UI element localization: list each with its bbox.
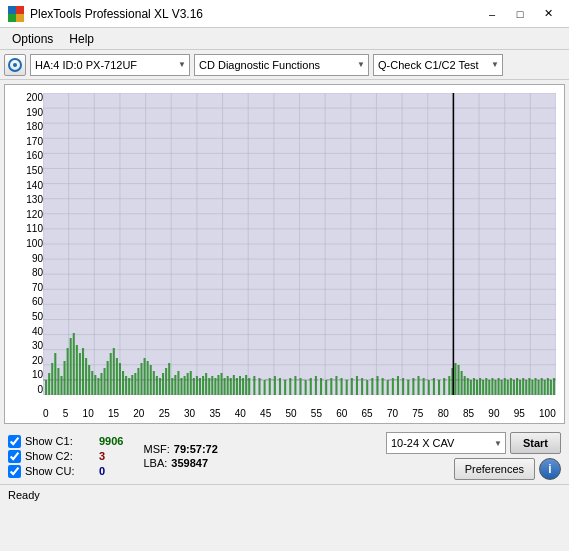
svg-rect-123 [289, 378, 291, 395]
svg-rect-145 [402, 378, 404, 395]
x-label-45: 45 [260, 408, 271, 419]
c1-value: 9906 [99, 435, 123, 447]
svg-rect-122 [284, 380, 286, 395]
svg-rect-185 [544, 380, 546, 395]
svg-rect-140 [376, 376, 378, 395]
svg-rect-96 [190, 371, 192, 395]
x-label-75: 75 [412, 408, 423, 419]
svg-rect-70 [110, 353, 112, 395]
svg-rect-116 [253, 376, 255, 395]
svg-rect-107 [224, 378, 226, 395]
svg-rect-85 [156, 376, 158, 395]
drive-select-wrapper: HA:4 ID:0 PX-712UF [30, 54, 190, 76]
c2-checkbox[interactable] [8, 450, 21, 463]
svg-rect-95 [187, 373, 189, 395]
svg-rect-144 [397, 376, 399, 395]
x-label-35: 35 [209, 408, 220, 419]
x-label-25: 25 [159, 408, 170, 419]
svg-rect-151 [433, 378, 435, 395]
msf-label: MSF: [143, 443, 169, 455]
drive-icon-button[interactable] [4, 54, 26, 76]
preferences-button[interactable]: Preferences [454, 458, 535, 480]
y-label-110: 110 [26, 224, 43, 234]
svg-rect-152 [438, 380, 440, 395]
svg-rect-174 [510, 378, 512, 395]
x-label-50: 50 [285, 408, 296, 419]
svg-rect-154 [448, 376, 450, 395]
menu-item-options[interactable]: Options [4, 28, 61, 49]
svg-rect-83 [150, 365, 152, 395]
svg-rect-187 [550, 380, 552, 395]
svg-rect-147 [412, 378, 414, 395]
x-label-100: 100 [539, 408, 556, 419]
y-label-140: 140 [26, 181, 43, 191]
y-label-80: 80 [32, 268, 43, 278]
lba-row: LBA: 359847 [143, 457, 217, 469]
y-label-120: 120 [26, 210, 43, 220]
pref-info-row: Preferences i [454, 458, 561, 480]
svg-rect-159 [464, 376, 466, 395]
svg-rect-142 [387, 380, 389, 395]
menu-item-help[interactable]: Help [61, 28, 102, 49]
test-select[interactable]: Q-Check C1/C2 Test [373, 54, 503, 76]
svg-rect-52 [54, 353, 56, 395]
svg-rect-124 [294, 376, 296, 395]
svg-rect-119 [269, 378, 271, 395]
svg-rect-77 [131, 375, 133, 395]
close-button[interactable]: ✕ [535, 4, 561, 24]
y-label-40: 40 [32, 327, 43, 337]
y-label-50: 50 [32, 312, 43, 322]
svg-rect-79 [137, 368, 139, 395]
c2-row: Show C2: 3 [8, 450, 123, 463]
svg-rect-179 [525, 380, 527, 395]
maximize-button[interactable]: □ [507, 4, 533, 24]
svg-rect-67 [100, 373, 102, 395]
right-controls: 10-24 X CAV 4 X CAV 8 X CAV 16 X CAV 32 … [386, 432, 561, 480]
svg-rect-61 [82, 348, 84, 395]
y-label-160: 160 [26, 151, 43, 161]
minimize-button[interactable]: – [479, 4, 505, 24]
svg-rect-125 [300, 378, 302, 395]
cu-checkbox[interactable] [8, 465, 21, 478]
svg-rect-75 [125, 376, 127, 395]
svg-rect-158 [461, 371, 463, 395]
svg-rect-50 [48, 373, 50, 395]
svg-rect-115 [248, 378, 250, 395]
y-label-200: 200 [26, 93, 43, 103]
start-button[interactable]: Start [510, 432, 561, 454]
svg-rect-53 [57, 368, 59, 395]
svg-rect-169 [494, 380, 496, 395]
x-label-20: 20 [133, 408, 144, 419]
y-label-90: 90 [32, 254, 43, 264]
function-select[interactable]: CD Diagnostic Functions [194, 54, 369, 76]
svg-rect-99 [199, 378, 201, 395]
speed-select[interactable]: 10-24 X CAV 4 X CAV 8 X CAV 16 X CAV 32 … [386, 432, 506, 454]
drive-select[interactable]: HA:4 ID:0 PX-712UF [30, 54, 190, 76]
msf-lba-group: MSF: 79:57:72 LBA: 359847 [143, 443, 217, 469]
svg-rect-141 [382, 378, 384, 395]
svg-rect-74 [122, 371, 124, 395]
svg-rect-183 [538, 380, 540, 395]
x-label-40: 40 [235, 408, 246, 419]
svg-rect-162 [473, 378, 475, 395]
bottom-panel: Show C1: 9906 Show C2: 3 Show CU: 0 MSF:… [0, 428, 569, 484]
msf-value: 79:57:72 [174, 443, 218, 455]
x-axis: 0 5 10 15 20 25 30 35 40 45 50 55 60 65 … [43, 408, 556, 419]
svg-rect-176 [516, 378, 518, 395]
svg-rect-126 [305, 380, 307, 395]
status-text: Ready [8, 489, 40, 501]
c1-checkbox[interactable] [8, 435, 21, 448]
svg-rect-81 [144, 358, 146, 395]
svg-rect-175 [513, 380, 515, 395]
info-button[interactable]: i [539, 458, 561, 480]
y-label-170: 170 [26, 137, 43, 147]
c1-label: Show C1: [25, 435, 95, 447]
svg-rect-114 [245, 375, 247, 395]
svg-rect-66 [97, 378, 99, 395]
svg-rect-94 [184, 376, 186, 395]
svg-rect-98 [196, 376, 198, 395]
x-label-80: 80 [438, 408, 449, 419]
svg-rect-184 [541, 378, 543, 395]
svg-rect-173 [507, 380, 509, 395]
svg-rect-167 [488, 380, 490, 395]
